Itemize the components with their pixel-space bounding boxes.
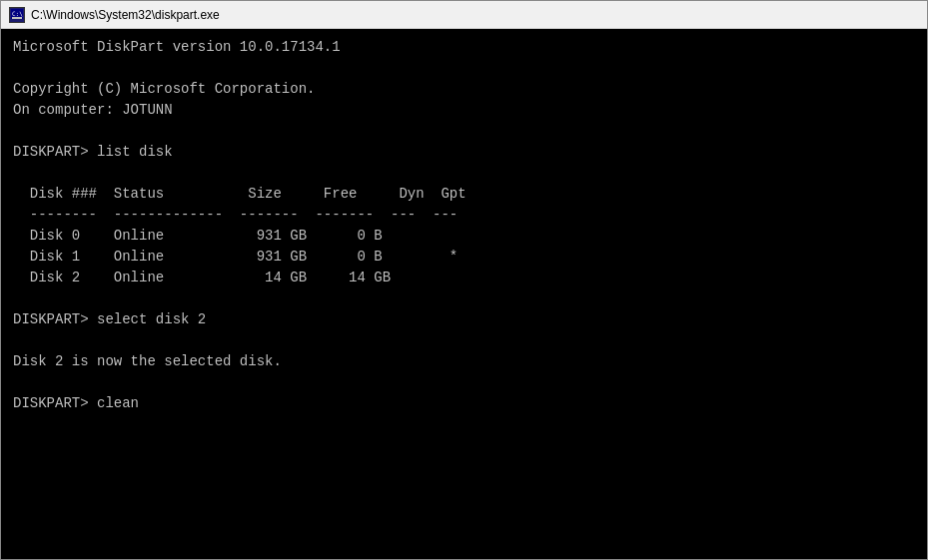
disk-header-line: Disk ### Status Size Free Dyn Gpt: [13, 184, 915, 205]
cmd3-line: DISKPART> clean: [13, 393, 915, 414]
disk1-line: Disk 1 Online 931 GB 0 B *: [13, 247, 915, 268]
window: C:\ C:\Windows\System32\diskpart.exe Mic…: [0, 0, 928, 560]
title-bar-text: C:\Windows\System32\diskpart.exe: [31, 8, 220, 22]
cmd2-line: DISKPART> select disk 2: [13, 309, 915, 330]
diskpart-icon: C:\: [9, 7, 25, 23]
title-bar: C:\ C:\Windows\System32\diskpart.exe: [1, 1, 927, 29]
disk-separator-line: -------- ------------- ------- ------- -…: [13, 205, 915, 226]
svg-rect-2: [12, 17, 22, 19]
computer-line: On computer: JOTUNN: [13, 100, 915, 121]
empty-line-5: [13, 330, 915, 351]
cmd1-line: DISKPART> list disk: [13, 142, 915, 163]
selected-disk-line: Disk 2 is now the selected disk.: [13, 351, 915, 372]
empty-line-1: [13, 58, 915, 79]
empty-line-4: [13, 288, 915, 309]
disk2-line: Disk 2 Online 14 GB 14 GB: [13, 268, 915, 288]
empty-line-2: [13, 121, 915, 142]
empty-line-3: [13, 163, 915, 184]
copyright-line: Copyright (C) Microsoft Corporation.: [13, 79, 915, 100]
empty-line-6: [13, 372, 915, 393]
console-body: Microsoft DiskPart version 10.0.17134.1 …: [1, 29, 927, 559]
disk0-line: Disk 0 Online 931 GB 0 B: [13, 226, 915, 247]
version-line: Microsoft DiskPart version 10.0.17134.1: [13, 37, 915, 58]
svg-text:C:\: C:\: [12, 10, 23, 17]
